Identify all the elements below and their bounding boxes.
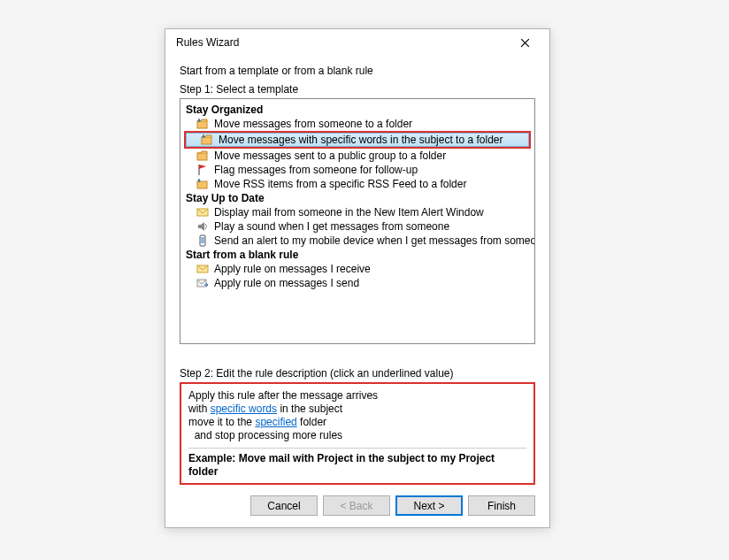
svg-rect-6 <box>201 237 204 243</box>
desc-line-2: with specific words in the subject <box>188 403 526 416</box>
template-listbox[interactable]: Stay Organized Move messages from someon… <box>180 98 535 344</box>
intro-text: Start from a template or from a blank ru… <box>180 65 535 77</box>
svg-rect-2 <box>197 153 207 160</box>
desc-text: with <box>188 403 211 415</box>
folder-move-icon <box>196 178 209 190</box>
titlebar: Rules Wizard <box>165 29 549 56</box>
desc-text: in the subject <box>277 403 342 415</box>
close-button[interactable] <box>507 31 542 54</box>
button-row: Cancel < Back Next > Finish <box>180 485 535 518</box>
folder-move-icon <box>196 150 209 162</box>
svg-rect-0 <box>197 121 207 128</box>
link-specific-words[interactable]: specific words <box>211 403 277 415</box>
template-label: Move RSS items from a specific RSS Feed … <box>214 177 529 191</box>
envelope-icon <box>196 206 209 219</box>
divider <box>188 448 526 449</box>
template-display-alert[interactable]: Display mail from someone in the New Ite… <box>182 205 533 219</box>
template-label: Move messages sent to a public group to … <box>214 149 529 163</box>
dialog-content: Start from a template or from a blank ru… <box>165 56 549 527</box>
desc-line-1: Apply this rule after the message arrive… <box>188 389 526 403</box>
template-mobile-alert[interactable]: Send an alert to my mobile device when I… <box>182 234 533 248</box>
desc-line-3: move it to the specified folder <box>188 416 526 429</box>
template-label: Move messages with specific words in the… <box>219 133 525 147</box>
step2-label: Step 2: Edit the rule description (click… <box>180 367 535 380</box>
mobile-icon <box>196 234 209 247</box>
flag-icon <box>196 164 209 176</box>
close-icon <box>520 38 530 48</box>
svg-rect-3 <box>197 181 207 188</box>
speaker-icon <box>196 220 209 233</box>
template-flag-followup[interactable]: Flag messages from someone for follow-up <box>182 163 533 177</box>
template-label: Play a sound when I get messages from so… <box>214 219 529 234</box>
group-stay-organized: Stay Organized <box>182 103 533 117</box>
template-label: Display mail from someone in the New Ite… <box>214 205 529 219</box>
template-blank-receive[interactable]: Apply rule on messages I receive <box>182 262 533 276</box>
link-specified-folder[interactable]: specified <box>255 416 296 428</box>
envelope-send-icon <box>196 277 209 289</box>
template-label: Flag messages from someone for follow-up <box>214 163 529 177</box>
step1-label: Step 1: Select a template <box>180 83 535 96</box>
folder-move-icon <box>201 134 213 146</box>
template-label: Move messages from someone to a folder <box>214 117 529 131</box>
desc-line-4: and stop processing more rules <box>188 429 526 442</box>
template-label: Apply rule on messages I receive <box>214 262 529 276</box>
dialog-title: Rules Wizard <box>176 36 507 49</box>
next-button[interactable]: Next > <box>395 495 463 516</box>
group-blank-rule: Start from a blank rule <box>182 248 533 262</box>
template-blank-send[interactable]: Apply rule on messages I send <box>182 276 533 290</box>
template-play-sound[interactable]: Play a sound when I get messages from so… <box>182 219 533 234</box>
template-move-public-group[interactable]: Move messages sent to a public group to … <box>182 149 533 163</box>
desc-text: move it to the <box>188 416 255 428</box>
rule-description-box: Apply this rule after the message arrive… <box>180 382 535 485</box>
template-move-from-someone[interactable]: Move messages from someone to a folder <box>182 117 533 131</box>
group-stay-up-to-date: Stay Up to Date <box>182 191 533 205</box>
folder-move-icon <box>196 118 209 130</box>
cancel-button[interactable]: Cancel <box>250 495 318 516</box>
template-label: Send an alert to my mobile device when I… <box>214 234 535 248</box>
envelope-icon <box>196 263 209 275</box>
desc-example: Example: Move mail with Project in the s… <box>188 452 526 479</box>
template-label: Apply rule on messages I send <box>214 276 529 290</box>
desc-text: folder <box>297 416 326 428</box>
template-move-specific-words[interactable]: Move messages with specific words in the… <box>186 133 529 147</box>
template-move-rss[interactable]: Move RSS items from a specific RSS Feed … <box>182 177 533 191</box>
back-button[interactable]: < Back <box>323 495 390 516</box>
svg-rect-1 <box>202 137 211 144</box>
selection-highlight: Move messages with specific words in the… <box>184 131 531 149</box>
finish-button[interactable]: Finish <box>468 495 535 516</box>
rules-wizard-dialog: Rules Wizard Start from a template or fr… <box>165 28 550 528</box>
